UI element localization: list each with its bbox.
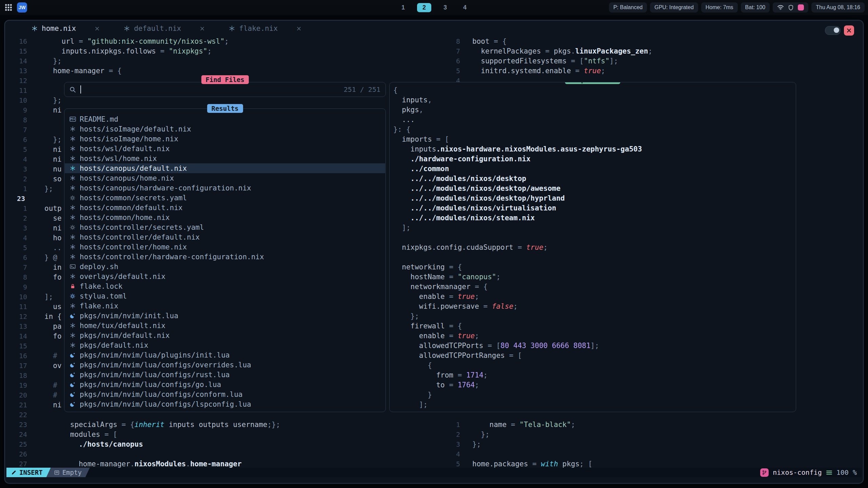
result-item[interactable]: hosts/common/home.nix bbox=[65, 212, 385, 222]
tab-flake-nix[interactable]: flake.nix bbox=[223, 21, 307, 36]
result-item[interactable]: pkgs/nvim/nvim/init.lua bbox=[65, 311, 385, 321]
result-label: pkgs/default.nix bbox=[80, 341, 148, 349]
result-item[interactable]: hosts/isoImage/home.nix bbox=[65, 134, 385, 144]
result-item[interactable]: hosts/controller/hardware-configuration.… bbox=[65, 252, 385, 262]
nix-icon bbox=[69, 146, 76, 151]
line-number: 2 bbox=[445, 430, 460, 440]
result-label: README.md bbox=[80, 115, 118, 123]
toml-icon bbox=[69, 293, 76, 299]
result-item[interactable]: flake.nix bbox=[65, 301, 385, 311]
result-item[interactable]: hosts/controller/secrets.yaml bbox=[65, 222, 385, 232]
preview-line: { bbox=[393, 361, 794, 370]
tab-close-icon[interactable] bbox=[200, 26, 204, 31]
nix-icon bbox=[69, 244, 76, 250]
workspace-1[interactable]: 1 bbox=[397, 3, 409, 12]
result-item[interactable]: pkgs/nvim/nvim/lua/configs/overrides.lua bbox=[65, 360, 385, 370]
result-item[interactable]: pkgs/nvim/nvim/lua/configs/go.lua bbox=[65, 380, 385, 389]
app-launcher-icon[interactable] bbox=[5, 4, 12, 11]
result-item[interactable]: pkgs/nvim/nvim/lua/configs/rust.lua bbox=[65, 370, 385, 380]
topbar-left: JW bbox=[5, 0, 27, 15]
line-number: 23 bbox=[17, 420, 27, 430]
logo-badge[interactable]: JW bbox=[17, 2, 27, 13]
nix-icon bbox=[69, 342, 76, 348]
preview-line: ../../modules/nixos/steam.nix bbox=[393, 213, 794, 223]
tab-home-nix[interactable]: home.nix bbox=[26, 21, 105, 36]
nix-icon bbox=[32, 25, 38, 32]
telescope-prompt[interactable]: Find Files 251 / 251 bbox=[64, 82, 386, 97]
prompt-input[interactable]: 251 / 251 bbox=[64, 82, 386, 97]
result-item[interactable]: pkgs/nvim/nvim/lua/configs/lspconfig.lua bbox=[65, 399, 385, 409]
result-item[interactable]: flake.lock bbox=[65, 281, 385, 291]
line-number: 8 bbox=[445, 37, 460, 46]
code-line: 1 name = "Tela-black"; bbox=[445, 420, 857, 430]
result-item[interactable]: pkgs/nvim/default.nix bbox=[65, 330, 385, 340]
line-number: 21 bbox=[17, 400, 27, 410]
result-item[interactable]: pkgs/nvim/nvim/lua/configs/conform.lua bbox=[65, 389, 385, 399]
close-icon[interactable] bbox=[844, 25, 854, 36]
workspace-3[interactable]: 3 bbox=[439, 3, 451, 12]
preview-title-badge: Grep Preview bbox=[565, 82, 620, 84]
result-label: hosts/controller/default.nix bbox=[80, 233, 200, 241]
result-item[interactable]: hosts/common/secrets.yaml bbox=[65, 193, 385, 203]
line-number: 1 bbox=[17, 204, 27, 214]
result-item[interactable]: hosts/controller/home.nix bbox=[65, 242, 385, 252]
workspace-4[interactable]: 4 bbox=[459, 3, 471, 12]
result-item[interactable]: home/tux/default.nix bbox=[65, 321, 385, 330]
result-item[interactable]: overlays/default.nix bbox=[65, 271, 385, 281]
preview-line: ../../modules/nixos/desktop/hyprland bbox=[393, 194, 794, 203]
line-number: 1 bbox=[17, 184, 27, 194]
code-line: 6 supportedFilesystems = ["ntfs"]; bbox=[445, 56, 857, 66]
result-item[interactable]: hosts/canopus/default.nix bbox=[65, 163, 385, 173]
result-label: hosts/isoImage/default.nix bbox=[80, 125, 191, 133]
code-line: 13 home-manager = { bbox=[17, 66, 442, 76]
result-item[interactable]: hosts/isoImage/default.nix bbox=[65, 124, 385, 134]
preview-line: }: { bbox=[393, 125, 794, 135]
line-number: 22 bbox=[17, 410, 27, 420]
preview-line bbox=[393, 252, 794, 262]
code-line: 15 inputs.nixpkgs.follows = "nixpkgs"; bbox=[17, 46, 442, 56]
shield-icon[interactable] bbox=[788, 5, 793, 11]
wifi-icon[interactable] bbox=[777, 5, 784, 10]
result-item[interactable]: pkgs/nvim/nvim/lua/plugins/init.lua bbox=[65, 350, 385, 360]
result-label: flake.lock bbox=[80, 282, 122, 290]
indicator-icon[interactable] bbox=[798, 4, 804, 11]
code-line: 7 kernelPackages = pkgs.linuxPackages_ze… bbox=[445, 46, 857, 56]
result-label: flake.nix bbox=[80, 302, 118, 310]
repo-name: nixos-config bbox=[773, 468, 822, 476]
tabbar: home.nix default.nix flake.nix bbox=[5, 21, 863, 36]
result-item[interactable]: hosts/wsl/default.nix bbox=[65, 144, 385, 154]
line-number: 7 bbox=[17, 125, 27, 135]
result-label: pkgs/nvim/nvim/lua/configs/go.lua bbox=[80, 381, 221, 389]
tab-close-icon[interactable] bbox=[297, 26, 301, 31]
result-label: hosts/controller/home.nix bbox=[80, 243, 187, 251]
result-item[interactable]: hosts/canopus/hardware-configuration.nix bbox=[65, 183, 385, 193]
result-label: hosts/wsl/default.nix bbox=[80, 145, 170, 153]
preview-line: pkgs, bbox=[393, 105, 794, 115]
result-item[interactable]: deploy.sh bbox=[65, 262, 385, 271]
code-line: 24 modules = [ bbox=[17, 430, 442, 440]
code-line: 3}; bbox=[445, 440, 857, 449]
workspace-2[interactable]: 2 bbox=[417, 3, 431, 12]
tab-close-icon[interactable] bbox=[95, 26, 99, 31]
result-item[interactable]: hosts/controller/default.nix bbox=[65, 232, 385, 242]
yaml-icon bbox=[69, 225, 76, 230]
lua-icon bbox=[69, 313, 76, 319]
result-item[interactable]: hosts/wsl/home.nix bbox=[65, 154, 385, 163]
line-number: 12 bbox=[17, 76, 27, 86]
line-number: 9 bbox=[17, 282, 27, 292]
preview-line: ./hardware-configuration.nix bbox=[393, 154, 794, 164]
toggle-button[interactable] bbox=[825, 26, 841, 35]
result-item[interactable]: stylua.toml bbox=[65, 291, 385, 301]
result-item[interactable]: hosts/common/default.nix bbox=[65, 203, 385, 212]
preview-line: }; bbox=[393, 311, 794, 321]
line-number: 19 bbox=[17, 381, 27, 390]
preview-line: ... bbox=[393, 115, 794, 125]
preview-line: from = 1714; bbox=[393, 370, 794, 380]
nix-icon bbox=[69, 205, 76, 210]
statusline-right: nixos-config 100 % bbox=[760, 468, 862, 477]
line-number: 7 bbox=[445, 46, 460, 56]
result-item[interactable]: hosts/canopus/home.nix bbox=[65, 173, 385, 183]
tab-default-nix[interactable]: default.nix bbox=[118, 21, 210, 36]
result-item[interactable]: pkgs/default.nix bbox=[65, 340, 385, 350]
result-item[interactable]: README.md bbox=[65, 114, 385, 124]
